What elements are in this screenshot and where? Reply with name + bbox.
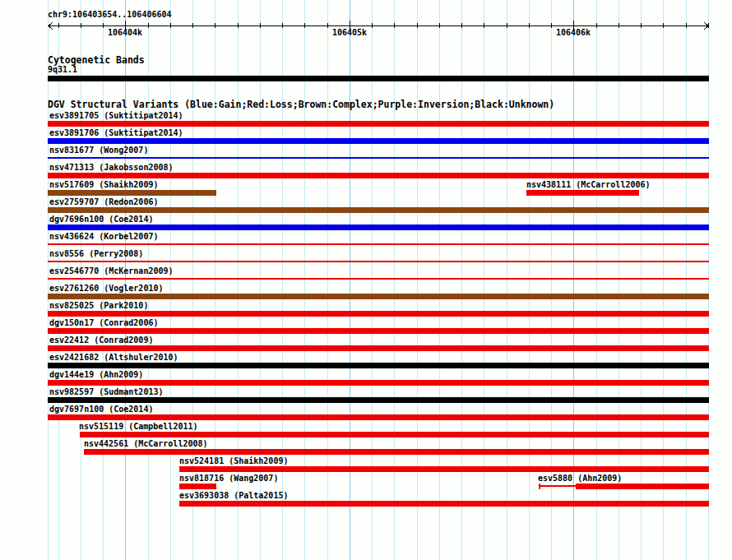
gridline-minor [507,0,507,560]
gridline-minor [686,0,687,560]
variant-label[interactable]: esv2761260 (Vogler2010) [49,285,163,293]
gridline-minor [461,0,462,560]
variant-bar[interactable] [48,414,709,420]
variant-label[interactable]: nsv818716 (Wang2007) [179,474,278,483]
gridline-minor [641,0,642,560]
variant-label[interactable]: nsv831677 (Wong2007) [49,146,148,155]
variant-bar[interactable] [179,466,709,472]
variant-label[interactable]: dgv7696n100 (Coe2014) [49,215,153,224]
variant-bar[interactable] [48,121,709,127]
variant-bar[interactable] [540,485,576,487]
variant-label[interactable]: dgv150n17 (Conrad2006) [49,319,158,327]
gridline-minor [708,0,709,560]
gridline-minor [529,0,530,560]
gridline-minor [663,0,664,560]
variant-bar[interactable] [48,224,709,230]
variant-label[interactable]: esv2759707 (Redon2006) [49,198,158,206]
gridline-minor [170,0,171,560]
cytogenetic-bands-title: Cytogenetic Bands [48,55,145,65]
variant-label[interactable]: nsv515119 (Campbell2011) [79,423,198,431]
gridline-minor [372,0,373,560]
gridline-minor [417,0,418,560]
gridline-minor [327,0,328,560]
gridline-minor [58,0,59,560]
gridline-minor [103,0,104,560]
gridline-minor [81,0,81,560]
variant-label[interactable]: dgv7697n100 (Coe2014) [49,405,153,414]
variant-bar[interactable] [48,157,709,159]
variant-label[interactable]: nsv436624 (Korbel2007) [49,233,158,241]
variant-label[interactable]: nsv471313 (Jakobsson2008) [49,164,174,172]
variant-bar[interactable] [48,173,709,178]
ruler-tick-label: 106406k [554,29,593,37]
variant-label[interactable]: nsv442561 (McCarroll2008) [84,440,208,448]
variant-bar[interactable] [179,501,709,507]
cytoband-label: 9q31.1 [48,66,77,74]
variant-label[interactable]: esv3891705 (Suktitipat2014) [49,112,183,120]
gridline-minor [394,0,395,560]
variant-label[interactable]: esv3693038 (Palta2015) [179,492,288,500]
variant-bar[interactable] [84,449,709,455]
gridline-major [125,0,126,560]
variant-label[interactable]: dgv144e19 (Ahn2009) [49,371,143,379]
variant-bar[interactable] [48,363,709,368]
gridline-minor [439,0,440,560]
variant-label[interactable]: nsv825025 (Park2010) [49,302,148,310]
gridline-major [350,0,350,560]
variant-label[interactable]: nsv524181 (Shaikh2009) [179,457,288,465]
variant-bar[interactable] [48,397,709,403]
cytoband-bar[interactable] [48,76,709,81]
variant-bar[interactable] [48,345,709,351]
variant-label[interactable]: nsv8556 (Perry2008) [49,250,143,258]
ruler-tick-label: 106404k [105,29,145,37]
variant-label[interactable]: esv5880 (Ahn2009) [538,474,622,483]
gridline-minor [48,0,49,560]
variant-bar[interactable] [48,138,709,144]
variant-bar[interactable] [526,190,639,196]
variant-label[interactable]: esv22412 (Conrad2009) [49,336,153,345]
variant-bar[interactable] [48,190,216,196]
genome-browser-view: chr9:106403654..106406604 106404k106405k… [0,0,732,560]
variant-bar[interactable] [48,294,709,299]
region-title: chr9:106403654..106406604 [48,11,172,19]
variant-bar[interactable] [48,243,709,245]
variant-bar[interactable] [80,432,709,437]
variant-bar[interactable] [48,261,709,262]
variant-bar[interactable] [48,207,709,213]
variant-bar[interactable] [179,484,216,489]
variant-label[interactable]: nsv438111 (McCarroll2006) [526,181,651,189]
variant-label[interactable]: esv2421682 (Altshuler2010) [49,354,178,362]
gridline-minor [484,0,484,560]
variant-label[interactable]: nsv517609 (Shaikh2009) [49,181,158,189]
ruler-tick-label: 106405k [330,29,369,37]
variant-bar[interactable] [576,484,709,489]
variant-bar[interactable] [48,278,709,280]
variant-label[interactable]: nsv982597 (Sudmant2013) [49,388,163,396]
variant-label[interactable]: esv2546770 (McKernan2009) [49,267,174,275]
gridline-minor [282,0,283,560]
variant-bar[interactable] [48,380,709,386]
variant-bar[interactable] [48,328,709,334]
dgv-track-title: DGV Structural Variants (Blue:Gain;Red:L… [48,100,554,109]
variant-bar[interactable] [48,311,709,317]
gridline-minor [304,0,305,560]
variant-label[interactable]: esv3891706 (Suktitipat2014) [49,129,183,137]
gridline-minor [148,0,149,560]
